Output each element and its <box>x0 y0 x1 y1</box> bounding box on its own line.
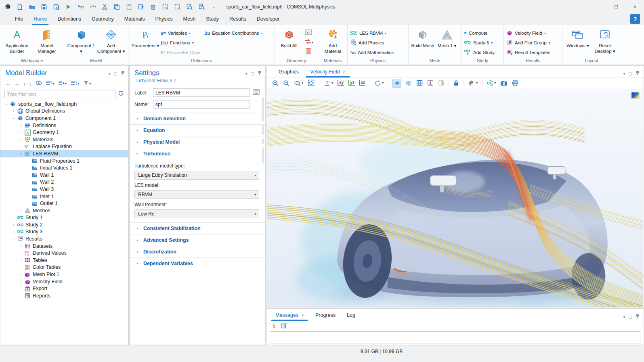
panel-menu-caret-icon[interactable]: ▾ <box>623 71 625 76</box>
section-header[interactable]: ›Domain Selection <box>130 113 265 124</box>
section-header[interactable]: ›Turbulence <box>130 148 265 159</box>
velocity-field-dropdown[interactable]: Velocity Field▾ <box>506 29 560 37</box>
menu-file[interactable]: File <box>10 13 28 25</box>
float-panel-icon[interactable]: ▢ <box>251 71 254 76</box>
wireframe-icon[interactable] <box>415 79 424 88</box>
section-header[interactable]: ›Consistent Stabilization <box>130 223 265 234</box>
maximize-button[interactable]: □ <box>607 0 625 13</box>
tree-expander-icon[interactable]: › <box>18 272 24 276</box>
menu-study[interactable]: Study <box>201 13 224 25</box>
zoom-in-icon[interactable] <box>271 79 279 88</box>
tree-expander-icon[interactable]: › <box>11 109 17 113</box>
find-icon[interactable] <box>184 2 195 12</box>
section-expander-icon[interactable]: › <box>134 117 140 121</box>
tree-expander-icon[interactable]: › <box>18 130 24 134</box>
virtual-operations-icon[interactable] <box>305 48 312 56</box>
tree-expander-icon[interactable]: › <box>4 101 8 107</box>
tree-item[interactable]: Color Tables <box>0 264 128 271</box>
copy-icon[interactable] <box>111 2 122 12</box>
save-icon[interactable] <box>39 2 49 12</box>
lock-view-icon[interactable] <box>453 79 460 88</box>
color-legend-icon[interactable] <box>437 79 445 88</box>
section-header[interactable]: ›Discretization <box>130 246 265 257</box>
tree-item[interactable]: Wall 3 <box>0 186 128 193</box>
add-physics-button[interactable]: Add Physics <box>350 39 406 47</box>
move-up-icon[interactable]: ↑ <box>23 81 26 87</box>
build-mesh-button[interactable]: Build Mesh <box>411 27 434 48</box>
move-down-icon[interactable]: ↓ <box>29 81 32 87</box>
comsol-logo-icon[interactable] <box>2 2 13 12</box>
select-box-icon[interactable] <box>160 2 170 12</box>
pin-panel-icon[interactable] <box>636 314 640 320</box>
variables-button[interactable]: a=Variables▾ <box>161 29 203 37</box>
parameters-button[interactable]: Pi Parameters ▾ <box>131 27 160 48</box>
tab-progress[interactable]: Progress <box>311 312 340 321</box>
tree-item[interactable]: DWall 1 <box>0 172 128 179</box>
node-options-icon[interactable]: ▾ <box>71 80 80 87</box>
section-expander-icon[interactable]: › <box>134 262 140 266</box>
undo-icon[interactable]: ▾ <box>75 2 86 12</box>
study-3-dropdown[interactable]: Study 3▾ <box>464 39 501 47</box>
section-header[interactable]: ›Equation <box>130 125 265 136</box>
tree-item[interactable]: ›Component 1 <box>0 115 128 122</box>
menu-geometry[interactable]: Geometry <box>86 13 119 25</box>
label-field-input[interactable] <box>153 88 250 97</box>
section-expander-icon[interactable]: › <box>134 128 140 132</box>
tab-messages[interactable]: Messages× <box>271 312 308 321</box>
tree-expander-icon[interactable]: › <box>18 123 24 128</box>
color-theme-icon[interactable]: ▾ <box>468 79 478 88</box>
add-component-button[interactable]: Add Component ▾ <box>96 27 126 54</box>
tree-item[interactable]: ›Datasets <box>0 243 128 250</box>
deformation-icon[interactable] <box>426 79 434 88</box>
view-orientation-icon[interactable]: ▾ <box>323 79 334 88</box>
section-header[interactable]: ›Dependent Variables <box>130 258 265 269</box>
pin-panel-icon[interactable] <box>121 71 125 76</box>
menu-definitions[interactable]: Definitions <box>52 13 86 25</box>
plot-thumbnail-button[interactable] <box>631 92 639 98</box>
insert-sequence-icon[interactable] <box>304 29 313 37</box>
add-plot-group-button[interactable]: Add Plot Group▾ <box>506 39 560 47</box>
tree-item[interactable]: ›∇*Laplace Equation <box>0 143 128 151</box>
tree-expander-icon[interactable]: › <box>18 244 24 248</box>
menu-physics[interactable]: Physics <box>150 13 178 25</box>
clear-messages-icon[interactable] <box>271 322 277 330</box>
reset-desktop-button[interactable]: Reset Desktop ▾ <box>592 27 618 54</box>
panel-menu-caret-icon[interactable]: ▾ <box>109 71 111 76</box>
equation-contributions-button[interactable]: ΔuEquation Contributions▾ <box>204 29 272 37</box>
functions-button[interactable]: f(x)Functions▾ <box>161 39 203 47</box>
dropdown-select[interactable]: Large Eddy Simulation▾ <box>134 171 259 180</box>
tree-item[interactable]: Outlet 1 <box>0 200 128 207</box>
tree-item[interactable]: 8.85e-12Derived Values <box>0 249 128 257</box>
dropdown-select[interactable]: RBVM▾ <box>134 190 259 199</box>
view-xz-icon[interactable]: xz <box>359 79 367 88</box>
filter-icon[interactable]: ▾ <box>83 80 92 87</box>
dropdown-select[interactable]: Low Re▾ <box>134 209 259 218</box>
collapse-all-icon[interactable]: ▾ <box>46 80 55 87</box>
tree-expander-icon[interactable]: › <box>19 151 23 157</box>
tree-item[interactable]: ›Tables <box>0 257 128 264</box>
tree-item[interactable]: ›Study 2 <box>0 221 128 228</box>
application-builder-button[interactable]: A Application Builder <box>2 27 31 54</box>
float-panel-icon[interactable]: ▢ <box>114 71 117 76</box>
print-icon[interactable] <box>511 79 519 88</box>
help-button[interactable]: ? <box>630 14 640 24</box>
model-manager-button[interactable]: Model Manager <box>32 27 61 54</box>
new-file-icon[interactable] <box>15 2 25 12</box>
tree-item[interactable]: Reports <box>0 292 128 299</box>
paste-icon[interactable] <box>124 2 134 12</box>
image-snapshot-icon[interactable]: ▾ <box>486 79 497 88</box>
undo-caret-icon[interactable]: ▾ <box>82 5 84 8</box>
tree-item[interactable]: Inlet 1 <box>0 193 128 200</box>
view-xy-icon[interactable]: xy <box>337 79 345 88</box>
compute-button[interactable]: =Compute <box>464 29 501 37</box>
pin-panel-icon[interactable] <box>258 71 262 76</box>
add-mathematics-button[interactable]: ΔuAdd Mathematics <box>350 48 406 56</box>
tree-expander-icon[interactable]: › <box>18 144 24 149</box>
delete-icon[interactable] <box>148 2 158 12</box>
tree-item[interactable]: ›Study 1 <box>0 214 128 222</box>
cut-icon[interactable] <box>99 2 110 12</box>
mesh-1-button[interactable]: Mesh 1 ▾ <box>435 27 459 48</box>
close-tab-icon[interactable]: × <box>301 312 304 318</box>
menu-results[interactable]: Results <box>224 13 252 25</box>
close-button[interactable]: × <box>625 0 644 13</box>
